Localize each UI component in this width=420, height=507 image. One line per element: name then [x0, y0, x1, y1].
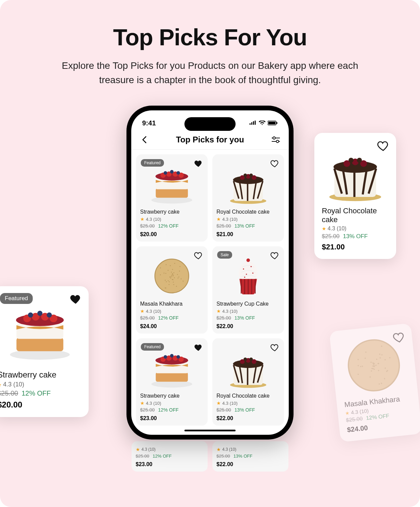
- favorite-button[interactable]: [70, 293, 82, 305]
- discount-label: 12% OFF: [158, 223, 179, 229]
- favorite-button[interactable]: [270, 251, 279, 260]
- svg-point-111: [165, 273, 166, 274]
- behind-card: ★4.3 (10) $25.0012% OFF $23.00: [132, 441, 208, 472]
- svg-point-120: [170, 265, 171, 266]
- favorite-button[interactable]: [270, 343, 279, 352]
- svg-point-98: [160, 274, 161, 275]
- svg-point-93: [169, 281, 170, 282]
- product-image: [140, 162, 204, 206]
- product-image: [140, 254, 204, 298]
- svg-point-129: [251, 266, 252, 267]
- old-price: $25.00: [322, 233, 340, 240]
- svg-point-112: [172, 269, 173, 270]
- star-icon: ★: [136, 447, 140, 452]
- old-price: $25.00: [216, 315, 231, 321]
- svg-point-94: [173, 284, 174, 285]
- products-card[interactable]: Royal Chocolate cake ★4.3 (10) $25.0013%…: [212, 154, 284, 242]
- svg-point-83: [243, 173, 247, 177]
- product-name: Strawberry cake: [140, 393, 204, 399]
- float-card-royal[interactable]: Royal Chocolate cake ★4.3 (10) $25.0013%…: [314, 133, 396, 259]
- page-title: Top Picks For You: [0, 24, 420, 50]
- products-card[interactable]: Masala Khakhara ★4.3 (10) $25.0012% OFF …: [136, 246, 208, 334]
- favorite-button[interactable]: [377, 140, 389, 152]
- svg-point-127: [246, 259, 250, 262]
- behind-card: ★4.3 (10) $25.0013% OFF $22.00: [212, 441, 288, 472]
- svg-point-92: [177, 274, 178, 275]
- svg-point-17: [357, 158, 362, 163]
- product-rating: ★4.3 (10): [322, 226, 389, 232]
- old-price: $25.00: [140, 223, 155, 229]
- page-subtitle: Explore the Top Picks for you Products o…: [62, 59, 358, 87]
- favorite-button[interactable]: [270, 159, 279, 168]
- svg-point-97: [183, 281, 184, 282]
- discount-label: 13% OFF: [343, 233, 368, 240]
- old-price: $25.00: [216, 407, 231, 413]
- svg-point-141: [164, 355, 167, 358]
- product-name: Royal Chocolate cake: [216, 393, 280, 399]
- star-icon: ★: [216, 400, 221, 406]
- products-badge: Featured: [141, 343, 164, 351]
- product-name: Royal Chocolate cake: [216, 209, 280, 215]
- star-icon: ★: [140, 400, 145, 406]
- old-price: $25.00: [0, 389, 18, 397]
- float-card-khakhara: Masala Khakhara ★4.3 (10) $25.0012% OFF …: [329, 323, 420, 442]
- svg-point-95: [170, 278, 171, 279]
- star-icon: ★: [216, 447, 221, 452]
- product-price: $21.00: [216, 231, 280, 237]
- svg-point-125: [169, 277, 170, 278]
- back-button[interactable]: [139, 135, 149, 144]
- filter-button[interactable]: [271, 135, 281, 144]
- svg-point-99: [165, 288, 166, 289]
- star-icon: ★: [216, 308, 221, 314]
- svg-point-113: [166, 264, 167, 265]
- old-price: $25.00: [140, 315, 155, 321]
- svg-point-8: [28, 312, 33, 318]
- discount-label: 13% OFF: [234, 454, 253, 459]
- product-rating: ★4.3 (10): [216, 308, 280, 314]
- old-price: $25.00: [216, 454, 230, 459]
- favorite-button[interactable]: [392, 331, 406, 344]
- product-rating: ★4.3 (10): [0, 381, 82, 388]
- favorite-button[interactable]: [194, 251, 203, 260]
- old-price: $25.00: [140, 407, 155, 413]
- star-icon: ★: [140, 308, 145, 314]
- svg-point-123: [169, 284, 170, 285]
- products-card[interactable]: Sale Strawberry Cup Cake ★4.3 (10) $25.0…: [212, 246, 284, 334]
- product-name: Strawberry cake: [0, 370, 82, 380]
- svg-point-10: [47, 312, 52, 318]
- discount-label: 12% OFF: [153, 454, 172, 459]
- discount-label: 12% OFF: [158, 315, 179, 321]
- screen-title: Top Picks for you: [176, 135, 244, 144]
- product-price: $20.00: [0, 400, 82, 410]
- svg-rect-61: [268, 122, 275, 124]
- svg-point-89: [168, 270, 169, 271]
- product-image: [216, 346, 280, 390]
- favorite-button[interactable]: [194, 343, 203, 352]
- discount-label: 12% OFF: [158, 407, 179, 413]
- svg-point-76: [170, 170, 174, 173]
- products-card[interactable]: Royal Chocolate cake ★4.3 (10) $25.0013%…: [212, 338, 284, 426]
- svg-point-117: [173, 275, 174, 276]
- favorite-button[interactable]: [194, 159, 203, 168]
- svg-rect-62: [276, 122, 278, 124]
- float-badge: Featured: [0, 293, 33, 304]
- svg-point-88: [181, 278, 182, 279]
- discount-label: 13% OFF: [235, 223, 255, 229]
- product-rating: ★4.3 (10): [216, 400, 280, 406]
- product-price: $22.00: [216, 415, 280, 421]
- product-rating: ★4.3 (10): [140, 308, 204, 314]
- product-name: Masala Khakhara: [140, 301, 204, 307]
- svg-point-128: [243, 268, 244, 270]
- product-image: [140, 346, 204, 390]
- home-indicator[interactable]: [184, 430, 236, 431]
- svg-point-84: [249, 173, 253, 177]
- status-icons: [249, 121, 278, 125]
- svg-point-110: [176, 286, 177, 287]
- product-price: $21.00: [322, 243, 389, 251]
- product-rating: ★4.3 (10): [140, 216, 204, 222]
- float-card-strawberry[interactable]: Featured Strawberry cake ★4.3 (10) $25.0…: [0, 286, 89, 417]
- products-card[interactable]: Featured Strawberry cake ★4.3 (10) $25.0…: [136, 338, 208, 426]
- phone-frame: 9:41 Top Picks for you Featured: [126, 106, 294, 440]
- product-price: $23.00: [140, 415, 204, 421]
- products-card[interactable]: Featured Strawberry cake ★4.3 (10) $25.0…: [136, 154, 208, 242]
